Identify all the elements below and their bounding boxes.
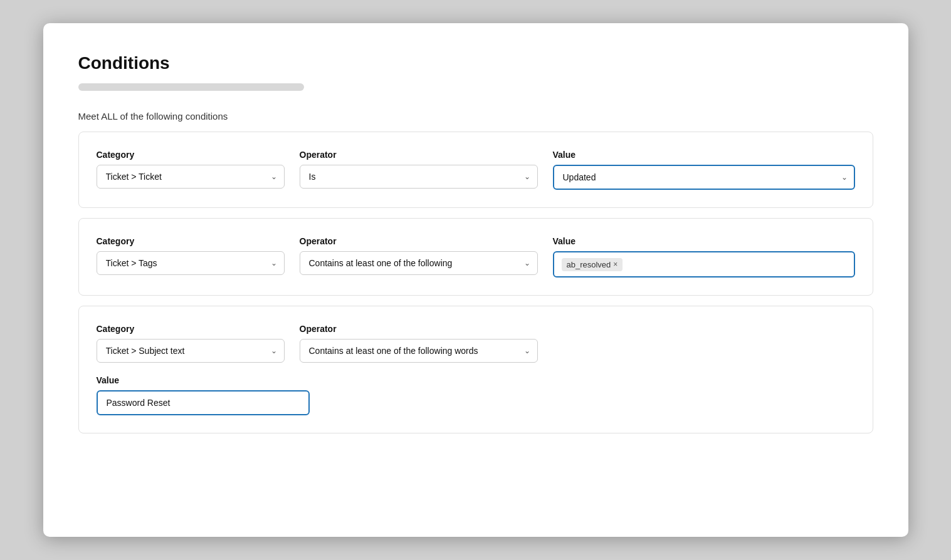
operator-label-2: Operator (300, 236, 538, 246)
category-select-wrapper-3: Ticket > Subject text ⌄ (97, 339, 285, 363)
field-group-category-1: Category Ticket > Ticket ⌄ (97, 150, 285, 189)
condition-value-row-3: Value (97, 375, 855, 415)
page-title: Conditions (78, 53, 873, 73)
condition-row-2: Category Ticket > Tags ⌄ Operator Contai… (97, 236, 855, 277)
operator-label-1: Operator (300, 150, 538, 160)
field-group-value-1: Value Updated ⌄ (553, 150, 855, 190)
condition-card-1: Category Ticket > Ticket ⌄ Operator Is ⌄ (78, 132, 873, 208)
operator-select-wrapper-1: Is ⌄ (300, 165, 538, 189)
value-label-3: Value (97, 375, 855, 385)
category-select-2[interactable]: Ticket > Tags (97, 251, 285, 275)
tag-text: ab_resolved (567, 260, 611, 269)
category-select-1[interactable]: Ticket > Ticket (97, 165, 285, 189)
field-group-category-3: Category Ticket > Subject text ⌄ (97, 324, 285, 363)
category-label-3: Category (97, 324, 285, 334)
operator-label-3: Operator (300, 324, 538, 334)
operator-select-wrapper-3: Contains at least one of the following w… (300, 339, 538, 363)
tag-remove-button[interactable]: × (613, 261, 617, 268)
field-group-category-2: Category Ticket > Tags ⌄ (97, 236, 285, 275)
category-label-2: Category (97, 236, 285, 246)
title-decoration-bar (78, 83, 304, 91)
category-select-wrapper-2: Ticket > Tags ⌄ (97, 251, 285, 275)
condition-top-row-3: Category Ticket > Subject text ⌄ Operato… (97, 324, 855, 363)
category-select-wrapper-1: Ticket > Ticket ⌄ (97, 165, 285, 189)
category-label-1: Category (97, 150, 285, 160)
section-label: Meet ALL of the following conditions (78, 111, 873, 122)
value-label-2: Value (553, 236, 855, 246)
tag-ab-resolved: ab_resolved × (562, 258, 623, 271)
operator-select-1[interactable]: Is (300, 165, 538, 189)
condition-card-3: Category Ticket > Subject text ⌄ Operato… (78, 306, 873, 433)
value-select-1[interactable]: Updated (553, 165, 855, 190)
value-select-wrapper-1: Updated ⌄ (553, 165, 855, 190)
operator-select-3[interactable]: Contains at least one of the following w… (300, 339, 538, 363)
field-group-value-2: Value ab_resolved × (553, 236, 855, 277)
condition-card-2: Category Ticket > Tags ⌄ Operator Contai… (78, 218, 873, 296)
main-window: Conditions Meet ALL of the following con… (43, 23, 908, 537)
field-group-operator-2: Operator Contains at least one of the fo… (300, 236, 538, 275)
value-text-input-3[interactable] (97, 390, 310, 415)
operator-select-2[interactable]: Contains at least one of the following (300, 251, 538, 275)
field-group-operator-3: Operator Contains at least one of the fo… (300, 324, 538, 363)
tag-input-2[interactable]: ab_resolved × (553, 251, 855, 277)
category-select-3[interactable]: Ticket > Subject text (97, 339, 285, 363)
condition-row-1: Category Ticket > Ticket ⌄ Operator Is ⌄ (97, 150, 855, 190)
field-group-operator-1: Operator Is ⌄ (300, 150, 538, 189)
value-label-1: Value (553, 150, 855, 160)
operator-select-wrapper-2: Contains at least one of the following ⌄ (300, 251, 538, 275)
